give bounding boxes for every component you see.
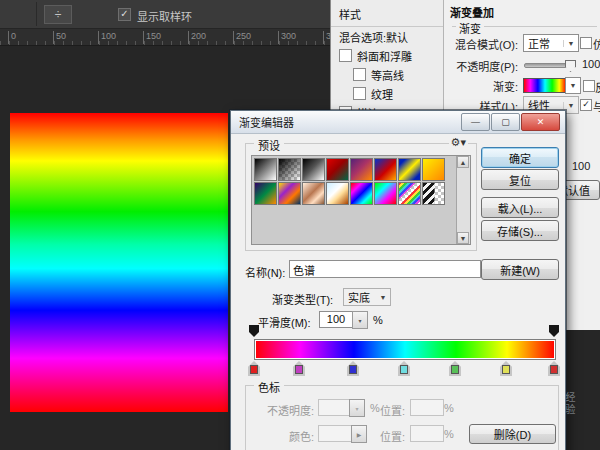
- dither-checkbox[interactable]: [580, 37, 592, 49]
- gradient-preset-violet-orange[interactable]: [350, 158, 373, 181]
- stops-label: 色标: [254, 379, 284, 395]
- gradient-editor-body: 预设 ⚙▾ ▲ ▼ 确定 复位 载入(L)... 存储(S)... 名称(N):…: [231, 133, 565, 450]
- style-checkbox[interactable]: [353, 87, 366, 100]
- ruler-tick-label: 100: [98, 31, 116, 44]
- preset-list: ▲ ▼: [251, 155, 471, 245]
- style-checkbox[interactable]: [353, 68, 366, 81]
- gear-icon[interactable]: ⚙▾: [449, 136, 468, 149]
- preset-scrollbar[interactable]: ▲ ▼: [456, 156, 470, 244]
- blend-mode-label: 混合模式(O):: [446, 36, 518, 52]
- ruler-tick-label: 250: [233, 31, 251, 44]
- ruler-tick-label: 200: [188, 31, 206, 44]
- gradient-editor-titlebar[interactable]: 渐变编辑器 — ▢ ✕: [231, 111, 565, 134]
- style-list-item[interactable]: 混合选项:默认: [331, 27, 444, 46]
- gradient-preset-purple-green-orange[interactable]: [254, 182, 277, 205]
- style-item-label: 斜面和浮雕: [357, 48, 412, 64]
- reverse-checkbox[interactable]: [583, 80, 595, 92]
- scale-value: 100: [572, 160, 590, 172]
- style-checkbox[interactable]: [339, 49, 352, 62]
- gradient-preset-black-white-2[interactable]: [302, 158, 325, 181]
- style-list-item[interactable]: 纹理: [331, 84, 444, 103]
- toolbar-divider: [36, 2, 37, 26]
- gradient-type-dropdown[interactable]: 实底 ▼: [343, 288, 391, 306]
- style-list-item[interactable]: 斜面和浮雕: [331, 46, 444, 65]
- style-item-label: 混合选项:默认: [339, 29, 408, 45]
- canvas-artwork: [10, 113, 228, 412]
- gradient-group-label: 渐变: [456, 20, 484, 36]
- gradient-preset-copper[interactable]: [302, 182, 325, 205]
- gradient-preset-blue-red-yellow[interactable]: [374, 158, 397, 181]
- close-button[interactable]: ✕: [521, 113, 560, 131]
- stop-opacity-position-percent: %: [444, 402, 454, 414]
- new-button[interactable]: 新建(W): [481, 259, 559, 280]
- ruler-tick-label: 0: [8, 31, 16, 44]
- gradient-preset-black-white[interactable]: [254, 158, 277, 181]
- gradient-preset-yellow-orange[interactable]: [422, 158, 445, 181]
- load-button[interactable]: 载入(L)...: [481, 197, 559, 218]
- gradient-editor-title: 渐变编辑器: [239, 114, 294, 130]
- layer-style-right-strip: 100 为默认值: [563, 116, 600, 330]
- show-sampling-ring-checkbox[interactable]: ✓: [118, 8, 131, 21]
- ok-button[interactable]: 确定: [481, 147, 559, 168]
- save-button[interactable]: 存储(S)...: [481, 220, 559, 241]
- opacity-stop[interactable]: [549, 325, 559, 337]
- color-stop[interactable]: [248, 361, 260, 376]
- gradient-preset-spectrum-a[interactable]: [350, 182, 373, 205]
- smoothness-input[interactable]: 100: [319, 311, 353, 328]
- color-stop-swatch: [502, 365, 510, 374]
- blend-mode-dropdown[interactable]: 正常 ▼: [523, 34, 579, 52]
- smoothness-slider-arrow-icon[interactable]: ▾: [352, 311, 368, 329]
- ruler-tick-label: 300: [278, 31, 296, 44]
- color-stop[interactable]: [398, 361, 410, 376]
- stop-color-position-percent: %: [444, 428, 454, 440]
- scroll-down-icon[interactable]: ▼: [457, 232, 469, 244]
- gradient-preset-red-green[interactable]: [326, 158, 349, 181]
- gradient-preview-bar[interactable]: [254, 339, 556, 360]
- stop-opacity-input: [318, 399, 350, 416]
- opacity-slider-handle[interactable]: [565, 60, 576, 72]
- name-input[interactable]: 色谱: [289, 260, 481, 278]
- stop-color-label: 颜色:: [254, 428, 314, 444]
- reverse-label: 反: [595, 79, 600, 95]
- color-stop[interactable]: [347, 361, 359, 376]
- color-stop[interactable]: [293, 361, 305, 376]
- gradient-overlay-panel: 渐变叠加 渐变 混合模式(O): 正常 ▼ 仿 不透明度(P): 100 渐变:…: [443, 0, 600, 116]
- overlay-gradient-swatch[interactable]: [523, 78, 567, 93]
- gradient-editor-dialog: 渐变编辑器 — ▢ ✕ 预设 ⚙▾ ▲ ▼ 确定 复位 载入(L)... 存储(…: [230, 110, 566, 450]
- gradient-preset-blue-yellow-blue[interactable]: [398, 158, 421, 181]
- set-default-button[interactable]: 为默认值: [563, 180, 600, 200]
- style-item-label: 等高线: [371, 67, 404, 83]
- opacity-stop[interactable]: [249, 325, 259, 337]
- style-item-label: 纹理: [371, 86, 393, 102]
- color-stop[interactable]: [548, 361, 560, 376]
- scroll-up-icon[interactable]: ▲: [457, 156, 469, 168]
- gradient-preset-transparent-rainbow[interactable]: [398, 182, 421, 205]
- gradient-preset-fg-to-transparent[interactable]: [278, 158, 301, 181]
- sample-size-dropdown[interactable]: ÷: [44, 5, 72, 24]
- color-stop[interactable]: [500, 361, 512, 376]
- stop-color-position-input: [410, 425, 444, 442]
- reset-button[interactable]: 复位: [481, 169, 559, 190]
- presets-label: 预设: [254, 137, 284, 153]
- gradient-preset-yellow-violet-orange[interactable]: [278, 182, 301, 205]
- minimize-button[interactable]: —: [461, 113, 490, 131]
- color-stop-swatch: [349, 365, 357, 374]
- ruler-tick-label: 150: [143, 31, 161, 44]
- gradient-preset-chrome[interactable]: [326, 182, 349, 205]
- overlay-gradient-picker-button[interactable]: ▼: [565, 77, 581, 94]
- align-with-layer-checkbox[interactable]: ✓: [580, 99, 592, 111]
- color-stop[interactable]: [449, 361, 461, 376]
- stops-groupbox: 色标 不透明度: ▾ % 位置: % 颜色: ▶ 位置: % 删除(D): [245, 385, 559, 450]
- delete-stop-button[interactable]: 删除(D): [469, 424, 556, 444]
- overlay-gradient-label: 渐变:: [446, 78, 518, 94]
- chevron-down-icon: ▼: [563, 102, 578, 109]
- show-sampling-ring-label: 显示取样环: [137, 8, 192, 24]
- color-stop-swatch: [550, 365, 558, 374]
- watermark: 经验: [562, 392, 577, 416]
- style-list-item[interactable]: 等高线: [331, 65, 444, 84]
- gradient-type-label: 渐变类型(T):: [272, 291, 333, 307]
- maximize-button[interactable]: ▢: [491, 113, 520, 131]
- gradient-preset-transparent-stripes[interactable]: [422, 182, 445, 205]
- color-stop-swatch: [250, 365, 258, 374]
- gradient-preset-spectrum-b[interactable]: [374, 182, 397, 205]
